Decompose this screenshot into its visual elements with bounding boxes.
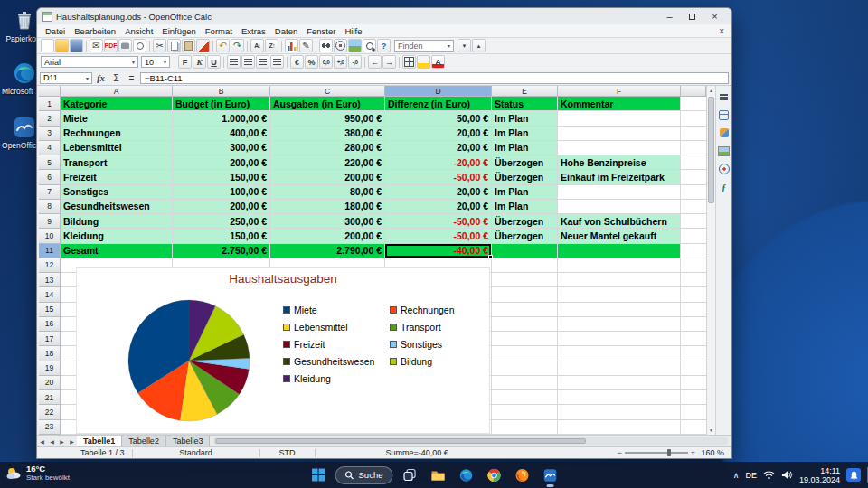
- cell-A7[interactable]: Sonstiges: [61, 185, 173, 200]
- cell-A8[interactable]: Gesundheitswesen: [61, 200, 173, 214]
- cell-E23[interactable]: [492, 420, 558, 435]
- zoom-level[interactable]: 160 %: [695, 448, 731, 457]
- menu-einfügen[interactable]: Einfügen: [157, 26, 201, 36]
- row-header-14[interactable]: 14: [39, 287, 61, 302]
- styles-icon[interactable]: [717, 126, 731, 140]
- cell-B2[interactable]: 1.000,00 €: [173, 111, 270, 126]
- cell-E7[interactable]: Im Plan: [492, 185, 558, 200]
- cell-A4[interactable]: Lebensmittel: [61, 141, 173, 155]
- cell-filler[interactable]: [681, 229, 706, 243]
- row-header-15[interactable]: 15: [39, 303, 61, 317]
- cell-D4[interactable]: 20,00 €: [385, 141, 492, 155]
- decrease-indent-icon[interactable]: ←: [368, 55, 382, 69]
- cell-F7[interactable]: [558, 185, 681, 200]
- minimize-button[interactable]: –: [658, 9, 681, 23]
- cut-icon[interactable]: [153, 39, 166, 52]
- cell-D2[interactable]: 50,00 €: [385, 111, 492, 126]
- cell-F6[interactable]: Einkauf im Freizeitpark: [558, 170, 681, 184]
- row-header-7[interactable]: 7: [39, 185, 61, 200]
- cell-filler[interactable]: [681, 141, 706, 155]
- cell-C6[interactable]: 200,00 €: [270, 170, 385, 184]
- undo-icon[interactable]: [216, 39, 230, 52]
- cell-filler[interactable]: [681, 361, 706, 376]
- row-header-5[interactable]: 5: [39, 155, 61, 170]
- row-header-23[interactable]: 23: [39, 420, 61, 435]
- cell-A10[interactable]: Kleidung: [61, 229, 173, 243]
- menu-fenster[interactable]: Fenster: [302, 26, 340, 36]
- row-header-16[interactable]: 16: [39, 317, 61, 332]
- menu-hilfe[interactable]: Hilfe: [340, 26, 366, 36]
- zoom-slider-thumb[interactable]: [667, 449, 671, 456]
- cell-B1[interactable]: Budget (in Euro): [173, 97, 270, 111]
- menu-extras[interactable]: Extras: [237, 26, 270, 36]
- cell-A11[interactable]: Gesamt: [61, 244, 173, 258]
- cell-F17[interactable]: [558, 332, 681, 346]
- cell-E1[interactable]: Status: [492, 97, 558, 111]
- cell-C7[interactable]: 80,00 €: [270, 185, 385, 200]
- selection-mode[interactable]: STD: [260, 448, 315, 457]
- show-draw-functions-icon[interactable]: [299, 39, 313, 52]
- cell-F19[interactable]: [558, 361, 681, 376]
- cell-E2[interactable]: Im Plan: [492, 111, 558, 126]
- cell-E11[interactable]: [492, 244, 558, 258]
- cell-C3[interactable]: 380,00 €: [270, 127, 385, 141]
- cell-F13[interactable]: [558, 273, 681, 287]
- cell-B5[interactable]: 200,00 €: [173, 155, 270, 170]
- first-sheet-icon[interactable]: ◀: [37, 436, 47, 446]
- delete-decimal-icon[interactable]: -,0: [348, 55, 362, 69]
- fill-handle[interactable]: [488, 255, 493, 259]
- bold-icon[interactable]: F: [178, 55, 192, 69]
- row-header-4[interactable]: 4: [39, 141, 61, 155]
- cell-F11[interactable]: [558, 244, 681, 258]
- menu-ansicht[interactable]: Ansicht: [120, 26, 157, 36]
- cell-F9[interactable]: Kauf von Schulbüchern: [558, 214, 681, 229]
- export-pdf-icon[interactable]: PDF: [104, 39, 118, 52]
- cell-filler[interactable]: [681, 287, 706, 302]
- taskbar-weather[interactable]: 16°C Stark bewölkt: [5, 465, 70, 483]
- vertical-scrollbar[interactable]: ▲ ▼: [706, 86, 715, 435]
- sidebar-settings-icon[interactable]: [717, 89, 731, 104]
- print-icon[interactable]: [118, 39, 132, 52]
- cell-F5[interactable]: Hohe Benzinpreise: [558, 155, 681, 170]
- cell-B7[interactable]: 100,00 €: [173, 185, 270, 200]
- cell-A2[interactable]: Miete: [61, 111, 173, 126]
- cell-E20[interactable]: [492, 376, 558, 390]
- open-icon[interactable]: [55, 39, 69, 52]
- align-justify-icon[interactable]: [270, 55, 284, 69]
- cell-filler[interactable]: [681, 244, 706, 258]
- cell-filler[interactable]: [681, 317, 706, 332]
- close-button[interactable]: ×: [703, 9, 726, 23]
- cell-F1[interactable]: Kommentar: [558, 97, 681, 111]
- add-decimal-icon[interactable]: +,0: [334, 55, 347, 69]
- cell-F22[interactable]: [558, 405, 681, 419]
- align-right-icon[interactable]: [256, 55, 269, 69]
- cell-filler[interactable]: [681, 214, 706, 229]
- italic-icon[interactable]: K: [193, 55, 206, 69]
- file-explorer-button[interactable]: [427, 465, 448, 486]
- row-header-8[interactable]: 8: [39, 200, 61, 214]
- cell-D7[interactable]: 20,00 €: [385, 185, 492, 200]
- cell-B4[interactable]: 300,00 €: [173, 141, 270, 155]
- cell-E12[interactable]: [492, 258, 558, 273]
- cell-E5[interactable]: Überzogen: [492, 155, 558, 170]
- sum-icon[interactable]: Σ: [109, 72, 123, 84]
- close-document-icon[interactable]: ×: [715, 26, 728, 36]
- cell-E14[interactable]: [492, 287, 558, 302]
- maximize-button[interactable]: [681, 9, 703, 23]
- taskbar-clock[interactable]: 14:11 19.03.2024: [799, 466, 840, 484]
- background-color-icon[interactable]: [417, 55, 430, 69]
- find-replace-icon[interactable]: [319, 39, 333, 52]
- scrollbar-track[interactable]: [707, 95, 715, 426]
- row-header-2[interactable]: 2: [39, 111, 61, 126]
- row-header-13[interactable]: 13: [39, 273, 61, 287]
- font-size-select[interactable]: 10 ▾: [141, 56, 170, 68]
- horizontal-scrollbar[interactable]: [213, 437, 728, 445]
- align-center-icon[interactable]: [241, 55, 255, 69]
- start-button[interactable]: [307, 465, 329, 486]
- cell-F15[interactable]: [558, 303, 681, 317]
- standard-format-icon[interactable]: 0,0: [319, 55, 333, 69]
- cell-C2[interactable]: 950,00 €: [270, 111, 385, 126]
- openoffice-button[interactable]: [539, 465, 561, 486]
- row-header-18[interactable]: 18: [39, 346, 61, 361]
- navigator-icon[interactable]: [334, 39, 347, 52]
